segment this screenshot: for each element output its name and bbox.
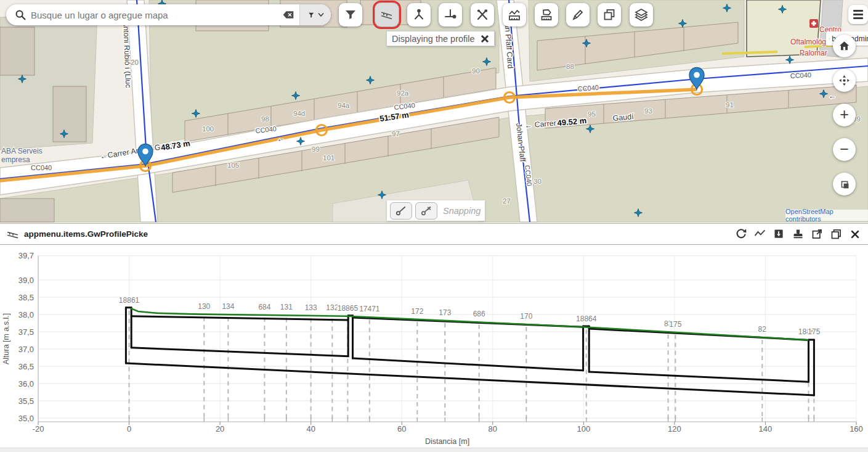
- map-label: 90: [472, 67, 480, 75]
- map-label: 98: [261, 115, 269, 123]
- map-label: Oftalmológ: [790, 38, 826, 46]
- x-tick-label: 140: [759, 424, 773, 434]
- panel-actions: [734, 228, 862, 241]
- map-label: ←: [276, 134, 285, 144]
- filter-small-icon: [307, 10, 316, 20]
- arc-label: 132: [326, 303, 338, 312]
- open-external-icon: [811, 228, 824, 240]
- map-label: 94a: [338, 102, 350, 109]
- node-label: 18864: [576, 314, 597, 323]
- arc-label: 17471: [359, 305, 380, 313]
- hamburger-menu-button[interactable]: [848, 5, 868, 24]
- map-label: ←: [828, 91, 836, 101]
- close-panel-button[interactable]: [848, 228, 862, 241]
- profile-icon: [379, 7, 394, 22]
- map-label: Palomar: [800, 49, 827, 57]
- snap-off-button[interactable]: [415, 202, 437, 220]
- save-image-icon: [773, 228, 785, 240]
- filter-button[interactable]: [339, 3, 362, 27]
- map-attribution[interactable]: OpenStreetMap contributors: [785, 210, 868, 221]
- arc-label: 686: [473, 310, 485, 318]
- snap-icon: [395, 205, 407, 217]
- zigzag-icon: [753, 228, 766, 240]
- node-branch-button[interactable]: [407, 3, 431, 27]
- search-input[interactable]: [27, 9, 277, 21]
- copy-icon: [602, 7, 617, 22]
- hospital-icon: [809, 19, 818, 28]
- map-label: 101: [323, 154, 335, 162]
- refresh-button[interactable]: [734, 228, 747, 241]
- clear-search-icon[interactable]: [282, 10, 294, 20]
- search-icon: [14, 8, 27, 22]
- tooltip-text: Displaying the profile: [392, 34, 475, 44]
- x-tick-label: 20: [216, 424, 224, 434]
- map-label: empresa: [1, 155, 30, 164]
- arc-label: 172: [411, 307, 423, 316]
- x-tick-label: 0: [127, 424, 131, 434]
- profile-chart-button[interactable]: [503, 3, 526, 27]
- locate-button[interactable]: [833, 69, 856, 92]
- map-label: 93: [644, 107, 652, 115]
- funnel-icon: [343, 7, 358, 22]
- y-axis-title: Altura [m a.s.l.]: [2, 313, 10, 364]
- duplicate-panel-button[interactable]: [829, 228, 843, 241]
- draw-button[interactable]: [566, 3, 590, 27]
- arc-label: 170: [520, 312, 532, 321]
- map-label: 100: [202, 125, 214, 133]
- close-icon: [850, 229, 861, 240]
- y-tick-label: 37,0: [18, 345, 34, 354]
- tools-button[interactable]: [471, 3, 494, 27]
- panel-header: appmenu.items.GwProfilePicke: [0, 224, 868, 245]
- panel-footer[interactable]: [0, 448, 868, 452]
- chart-ruler-icon: [507, 7, 522, 22]
- duplicate-map-button[interactable]: [598, 3, 621, 27]
- map-label: 27: [503, 197, 511, 205]
- chart-grid: [38, 256, 856, 422]
- snapping-label: Snapping: [443, 206, 481, 216]
- map-label: 97: [392, 130, 400, 138]
- basemap-button[interactable]: [833, 173, 856, 195]
- layers-button[interactable]: [630, 3, 653, 27]
- home-icon: [837, 39, 851, 53]
- zoom-out-button[interactable]: −: [833, 138, 856, 161]
- interpolate-button[interactable]: [753, 228, 766, 241]
- node-label: 18861: [119, 296, 140, 305]
- node-branch-icon: [412, 7, 426, 22]
- arc-label: 175: [808, 327, 820, 336]
- pencil-icon: [570, 7, 585, 22]
- arc-label: 684: [258, 303, 270, 311]
- x-tick-label: 100: [577, 424, 590, 434]
- y-tick-label: 35,5: [18, 397, 34, 406]
- arc-label: 82: [758, 325, 767, 334]
- snap-on-button[interactable]: [390, 202, 412, 220]
- layers-icon: [634, 7, 649, 22]
- y-tick-label: 38,5: [18, 293, 34, 302]
- profile-tool-button[interactable]: [375, 3, 399, 27]
- map-canvas[interactable]: d'Antoni Rubió i (LlucJohan Pfaff CardJo…: [0, 0, 868, 223]
- map-label: 105: [227, 162, 239, 169]
- pipe-node-button[interactable]: [439, 3, 462, 27]
- x-tick-label: 120: [668, 424, 681, 434]
- y-tick-label: 37,5: [18, 327, 34, 337]
- zoom-in-label: +: [840, 105, 849, 123]
- arc-label: 175: [669, 320, 681, 329]
- measure-area-button[interactable]: [535, 3, 558, 27]
- x-axis-title: Distancia [m]: [425, 437, 469, 446]
- close-icon[interactable]: [481, 35, 489, 43]
- zoom-in-button[interactable]: +: [833, 104, 856, 126]
- zoom-out-label: −: [840, 140, 849, 158]
- home-button[interactable]: [833, 35, 856, 57]
- search-filter-dropdown[interactable]: [299, 4, 331, 25]
- stamp-icon: [792, 228, 805, 240]
- crosshair-icon: [837, 73, 851, 88]
- stacked-squares-icon: [838, 178, 851, 191]
- save-image-button[interactable]: [772, 228, 785, 241]
- profile-panel: appmenu.items.GwProfilePicke: [0, 223, 868, 452]
- open-window-button[interactable]: [810, 228, 824, 241]
- app-window: d'Antoni Rubió i (LlucJohan Pfaff CardJo…: [0, 0, 868, 452]
- map-label: 91: [726, 101, 734, 109]
- export-stamp-button[interactable]: [791, 228, 805, 241]
- y-tick-label: 39,0: [18, 276, 34, 285]
- search-bar[interactable]: [6, 4, 331, 25]
- y-tick-label: 36,0: [18, 379, 34, 388]
